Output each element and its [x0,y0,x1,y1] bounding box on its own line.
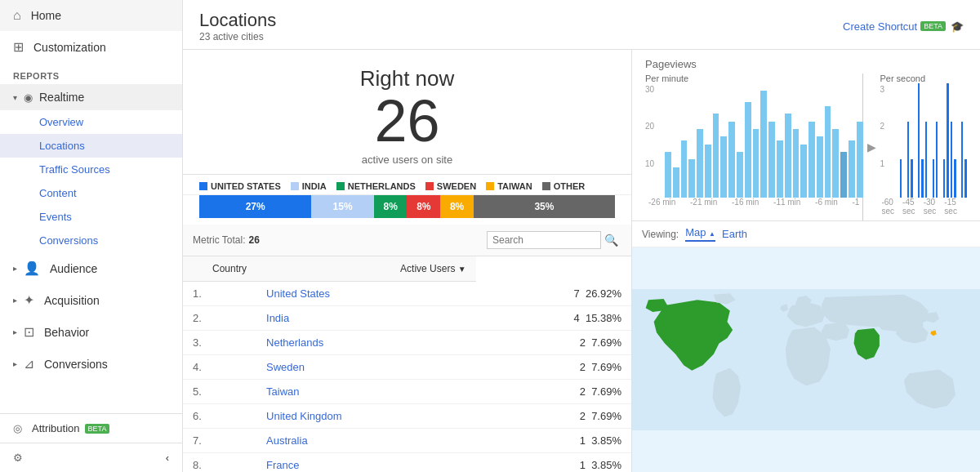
realtime-section: ▾ ◉ Realtime Overview Locations Traffic … [0,84,182,252]
attribution-beta-badge: BETA [85,424,110,434]
row-rank: 3. [183,331,256,355]
minute-bar [857,122,863,198]
table-row: 7. Australia 1 3.85% [183,429,631,453]
legend-dot-taiwan [486,182,494,190]
content-area: Right now 26 active users on site UNITED… [183,50,980,472]
map-middle-east [822,322,850,341]
sidebar-item-behavior[interactable]: ▸ ⊡ Behavior [0,316,182,348]
sidebar-item-overview[interactable]: Overview [0,110,182,134]
x-label-60s: -60 sec [881,198,902,216]
progress-bars: 27%15%8%8%8%35% [199,195,615,218]
header-left: Locations 23 active cities [199,10,276,42]
map-tab-label: Map [685,226,706,238]
chart-per-second: Per second 3 2 1 -60 sec [880,73,967,220]
second-bar [936,122,938,198]
second-bar [921,159,923,198]
sidebar-item-audience[interactable]: ▸ 👤 Audience [0,252,182,284]
sidebar-item-acquisition[interactable]: ▸ ✦ Acquisition [0,284,182,316]
per-minute-label: Per minute [645,73,862,83]
search-input[interactable] [487,231,601,249]
viewing-label: Viewing: [642,229,679,240]
legend-item-india: INDIA [291,181,327,191]
sidebar-item-customization[interactable]: ⊞ Customization [0,31,182,63]
legend-item-taiwan: TAIWAN [486,181,532,191]
table-row: 2. India 4 15.38% [183,306,631,331]
chart-container: Per minute 30 20 10 -26 min [645,73,967,220]
minute-bar [705,145,711,198]
audience-icon: 👤 [24,260,40,276]
minute-bar [800,145,807,198]
minute-bar [713,114,719,198]
realtime-label: Realtime [39,91,84,104]
legend-label-taiwan: TAIWAN [497,181,532,191]
progress-segment: 27% [199,195,311,218]
acquisition-label: Acquisition [44,294,100,307]
x-label-16min: -16 min [732,198,759,207]
minute-bar [681,140,688,198]
row-country[interactable]: United States [256,282,476,306]
chart-expand-button[interactable]: ▶ [863,73,880,220]
sidebar-item-conversions-realtime[interactable]: Conversions [0,229,182,252]
map-section [632,247,980,472]
progress-segment: 35% [474,195,615,218]
attribution-icon: ◎ [13,422,22,434]
x-label-6min: -6 min [815,198,838,207]
minute-bar [768,122,775,198]
map-tab-earth[interactable]: Earth [722,228,747,240]
sidebar-item-events[interactable]: Events [0,205,182,229]
sidebar-item-traffic-sources[interactable]: Traffic Sources [0,158,182,181]
map-tab-map[interactable]: Map ▲ [685,226,715,242]
minute-bar [673,167,679,198]
progress-segment: 8% [440,195,474,218]
chart-per-minute: Per minute 30 20 10 -26 min [645,73,863,220]
legend-label-other: OTHER [554,181,586,191]
row-users: 1 3.85% [476,429,631,453]
row-country[interactable]: Sweden [256,355,476,380]
sidebar-item-settings[interactable]: ⚙ [0,443,153,472]
row-rank: 5. [183,380,256,404]
minute-bar [808,122,815,198]
audience-arrow-icon: ▸ [13,264,17,273]
acquisition-icon: ✦ [24,292,34,308]
minute-bar [817,136,823,198]
customization-icon: ⊞ [13,39,24,55]
row-country[interactable]: India [256,306,476,331]
map-controls: Viewing: Map ▲ Earth [632,221,980,247]
behavior-arrow-icon: ▸ [13,327,17,336]
realtime-icon: ◉ [24,91,33,104]
sidebar-item-realtime[interactable]: ▾ ◉ Realtime [0,84,182,110]
sidebar-item-attribution[interactable]: ◎ Attribution BETA [0,414,182,443]
sidebar-customization-label: Customization [33,41,106,54]
row-country[interactable]: Taiwan [256,380,476,404]
sidebar-item-content[interactable]: Content [0,181,182,205]
sidebar-item-conversions[interactable]: ▸ ⊿ Conversions [0,348,182,380]
second-bar [947,83,948,198]
search-button[interactable]: 🔍 [601,232,621,248]
y-label-1: 1 [880,159,884,168]
legend: UNITED STATES INDIA NETHERLANDS SWEDEN T… [183,175,631,195]
second-bar [964,159,966,198]
row-country[interactable]: United Kingdom [256,404,476,429]
sidebar-item-home[interactable]: ⌂ Home [0,0,182,31]
map-caret-icon: ▲ [709,230,715,238]
legend-dot-other [542,182,550,190]
sidebar-collapse-button[interactable]: ‹ [153,443,182,472]
sidebar-footer: ◎ Attribution BETA ⚙ ‹ [0,413,182,472]
create-shortcut-button[interactable]: Create Shortcut BETA 🎓 [843,20,964,33]
sidebar-item-locations[interactable]: Locations [0,134,182,158]
row-country[interactable]: Netherlands [256,331,476,355]
row-country[interactable]: Australia [256,429,476,453]
row-country[interactable]: France [256,453,476,473]
progress-segment: 15% [311,195,373,218]
page-subtitle: 23 active cities [199,31,276,42]
second-bar [961,122,963,198]
row-rank: 8. [183,453,256,473]
shortcut-icon: 🎓 [951,20,964,33]
col-active-users[interactable]: Active Users ▼ [256,256,476,282]
minute-bar [737,152,743,198]
table-row: 8. France 1 3.85% [183,453,631,473]
second-bar [911,159,912,198]
right-now-number: 26 [191,91,623,150]
legend-item-sweden: SWEDEN [425,181,476,191]
minute-bar [665,152,671,198]
